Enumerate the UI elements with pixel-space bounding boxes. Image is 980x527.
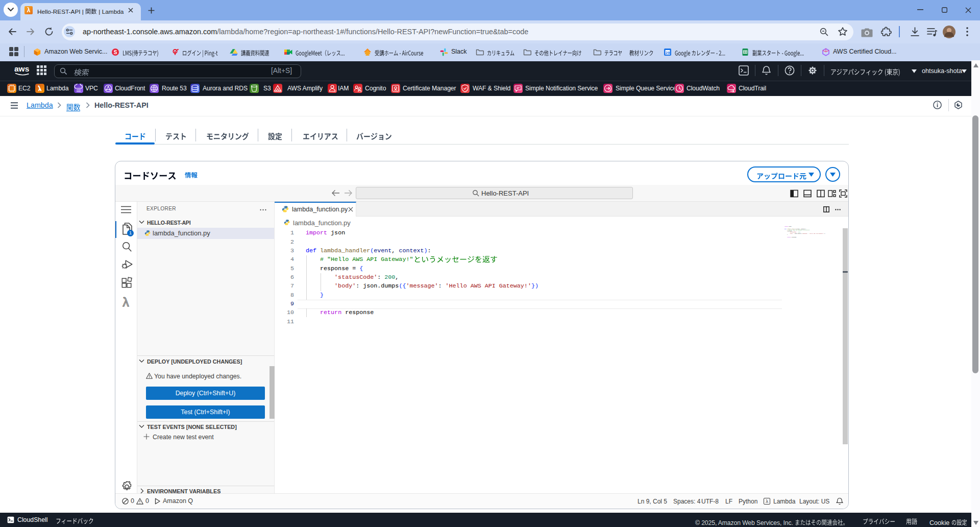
svg-text:29: 29 xyxy=(666,51,670,55)
svg-text:λ: λ xyxy=(123,295,129,308)
svg-text:S: S xyxy=(114,50,117,55)
svg-text:aws: aws xyxy=(14,64,29,73)
